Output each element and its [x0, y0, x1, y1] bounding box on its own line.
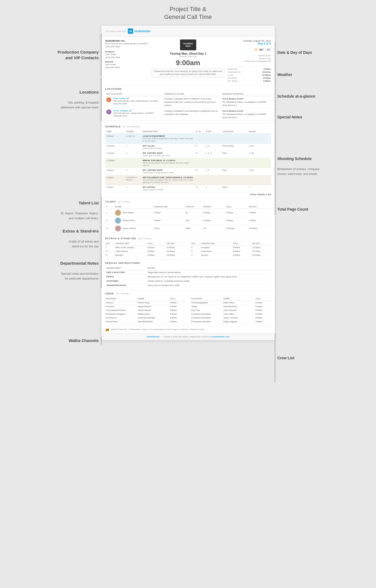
- left-annotations: Production Company and VIP Contacts Loca…: [51, 26, 102, 345]
- extra-row: 17Café Patrons9:00am10:30am: [105, 249, 185, 253]
- sched-col-scene: SCENE: [125, 129, 142, 134]
- precipitation: Partial rainy. Precipitation 0%: [228, 60, 271, 63]
- special-instructions-title: SPECIAL INSTRUCTIONS: [105, 262, 271, 264]
- annotation-schedule-glance: Schedule at-a-glance: [277, 94, 315, 99]
- extras-grid: QTY CHARACTER CALL ON SET 1Mike Curtis (…: [105, 241, 271, 257]
- crew-table-left: POSITION NAME CALL DirectorRobert King9:…: [105, 297, 185, 324]
- schedule-row: 10:00am 2 EXT. ALLEY Stuart waits for Cl…: [105, 143, 271, 151]
- schedule-row: 11:00am 6 INT. COFFEE SHOP Stuart gets i…: [105, 151, 271, 158]
- si-row: GRIP & ELECTRICStage light setup for per…: [105, 270, 271, 274]
- annotation-shooting-schedule: Shooting Schedule Breakdown of scenes, c…: [277, 156, 320, 176]
- schedule-section: SCHEDULE (6 4/9 pages) TIME SCENE DESCRI…: [102, 123, 275, 198]
- crew-row: Production DesignerRafael Alvea9:00am: [105, 312, 185, 316]
- cs-footer: studiobinder · Create & send call sheets…: [102, 333, 275, 340]
- footer-brand: studiobinder: [146, 335, 159, 338]
- annotation-talent: Talent List ID, Name, Character, Status,…: [61, 200, 99, 221]
- crew-section: CREW (12 Total) POSITION NAME CALL Direc…: [102, 290, 275, 326]
- weather-icon: ☀: [254, 47, 258, 53]
- schedule-glance: Crew Call: 9:00am Shooting Call: 10:00am…: [228, 66, 271, 82]
- annotation-locations: Locations Set, parking, & hospital addre…: [61, 89, 99, 110]
- call-time: 9:00am: [151, 59, 225, 67]
- extras-section: EXTRAS & STAND-INS (33 Total) QTY CHARAC…: [102, 235, 275, 260]
- est-wrap-row: Est. Wrap: 8:00pm: [228, 79, 271, 82]
- schedule-row: 2:00pm COMPANY MOVE 929 COLORADO AVE, SA…: [105, 175, 271, 185]
- footer-tagline: Create & send call sheets, stripboards &…: [164, 335, 211, 338]
- producer-info: Producer John Smith (123) 456-7890: [105, 51, 149, 59]
- crew-row: Production AssistantTrey Clifton9:00am: [191, 312, 271, 316]
- project-center: TOURINGMAN Touring Man, Shoot Day 1 Gene…: [149, 39, 228, 77]
- company-address: 929 Colorado Ave, Santa Monica, CA 90403: [105, 42, 149, 45]
- loc-col-hospital: NEAREST HOSPITAL: [221, 92, 271, 96]
- locations-table: SET LOCATION PARKING & NOTES NEAREST HOS…: [105, 92, 271, 121]
- annotation-special-notes: Special Notes: [277, 115, 302, 120]
- sunrise-time: Sunrise 5:23a: [228, 54, 271, 57]
- annotation-crew-list: Crew List: [277, 356, 295, 361]
- crew-row: DirectorRobert King9:00am: [105, 301, 185, 304]
- page-title: Project Title & General Call Time: [0, 5, 376, 21]
- crew-row: Art DirectorChanelle Deandre9:00am: [105, 316, 185, 320]
- talent-section: TALENT (3 Total) # NAME CHARACTER STATUS…: [102, 198, 275, 235]
- extras-title: EXTRAS & STAND-INS (33 Total): [105, 237, 271, 240]
- sched-col-cast: CAST: [205, 129, 221, 134]
- location-row: 2 Cross Campus 🔗 929 Colorado Ave., Sant…: [105, 108, 271, 120]
- project-title: Touring Man, Shoot Day 1: [151, 52, 225, 55]
- right-annotations: Date & Day of Days Weather Schedule at-a…: [275, 26, 325, 383]
- walkie-section: 📻 Walkie Channels: 1-Production 2-Open 3…: [102, 326, 275, 333]
- call-sheet: Call Sheet made with SB studiobinder Stu…: [102, 26, 275, 340]
- total-pages: TOTAL PAGES: 6 4/8: [105, 193, 271, 196]
- crew-grid: POSITION NAME CALL DirectorRobert King9:…: [105, 297, 271, 324]
- sb-logo-icon: SB: [128, 28, 133, 34]
- company-name: StudioBinder Inc.: [105, 39, 149, 42]
- schedule-table: TIME SCENE DESCRIPTION D / N CAST LOCATI…: [105, 129, 271, 192]
- sched-col-location: LOCATION: [221, 129, 248, 134]
- loc-col-parking: PARKING & NOTES: [163, 92, 221, 96]
- crew-row: Sound MixerZak Masterfield9:00am: [105, 320, 185, 323]
- walkie-icon: 📻: [105, 328, 109, 331]
- extra-row: 4Servers9:30am10:30am: [191, 253, 271, 257]
- special-instructions-section: SPECIAL INSTRUCTIONS DEPARTMENT NOTES GR…: [102, 260, 275, 290]
- sched-col-desc: DESCRIPTION: [142, 129, 195, 134]
- schedule-title: SCHEDULE (6 4/9 pages): [105, 125, 271, 128]
- shooting-call-row: Shooting Call: 10:00am: [228, 71, 271, 74]
- talent-title: TALENT (3 Total): [105, 200, 271, 203]
- crew-row: CinematographerBrian Moss9:00am: [191, 301, 271, 304]
- company-info: StudioBinder Inc. 929 Colorado Ave, Sant…: [105, 39, 149, 69]
- made-with-label: Call Sheet made with: [105, 30, 126, 32]
- crew-row: Production AssistantTyson Connely9:00am: [191, 316, 271, 320]
- cs-header-bar: Call Sheet made with SB studiobinder: [102, 26, 275, 37]
- si-row: PROPSMicrophones x3, mic stand x3, DJ eq…: [105, 274, 271, 279]
- project-header: StudioBinder Inc. 929 Colorado Ave, Sant…: [102, 37, 275, 85]
- schedule-row: 1:00pm 4 INT. COFFEE SHOP Stuart plays a…: [105, 168, 271, 175]
- project-notes: Closed set tomorrow. Non-smoking. It's g…: [151, 68, 225, 77]
- annotation-date: Date & Day of Days: [277, 50, 312, 55]
- second-meal-row: 2nd Meal: 6:00pm: [228, 77, 271, 79]
- crew-row: ProducerDarya Danish9:00am: [105, 304, 185, 308]
- weather-row: ☀ 84° / 65°: [228, 47, 271, 53]
- project-day: Day 2 of 5: [228, 42, 271, 45]
- crew-title: CREW (12 Total): [105, 292, 271, 295]
- extras-table-left: QTY CHARACTER CALL ON SET 1Mike Curtis (…: [105, 241, 185, 257]
- crew-row: Production AssistantEdgar Eaghan9:00am: [191, 320, 271, 323]
- sched-col-pages: PAGES: [248, 129, 271, 134]
- extras-table-right: QTY CHARACTER CALL ON SET 5Groupies9:00a…: [191, 241, 271, 257]
- extra-row: 5Groupies9:00am10:30am: [191, 245, 271, 249]
- sunset-time: Sunset 4:51p: [228, 57, 271, 60]
- sb-logo-text: studiobinder: [134, 30, 151, 33]
- locations-section: LOCATIONS SET LOCATION PARKING & NOTES N…: [102, 85, 275, 123]
- talent-row: 2 Wilma Davis "Claire" SW 8:30am 9:00am …: [105, 217, 271, 224]
- annotation-production-company: Production Company and VIP Contacts: [58, 49, 99, 61]
- company-phone: (123) 456-7890: [105, 45, 149, 48]
- si-row: TRANSPORTATIONExtra vans for shuttles fr…: [105, 283, 271, 287]
- annotation-walkie: Walkie Channels: [69, 338, 99, 344]
- project-date: Tuesday, August 30, 2015: [228, 39, 271, 42]
- schedule-row: 12:00pm BREAK FOR MEAL #1 // LUNCH We're…: [105, 158, 271, 168]
- location-row: 1 Philz Coffee 🔗 525 Santa Monica, Blvd.…: [105, 96, 271, 108]
- sched-col-dn: D / N: [195, 129, 205, 134]
- talent-row: 6 Cyrus Jensen "Tony" SWF O/T 10:00am 10…: [105, 224, 271, 232]
- si-table: DEPARTMENT NOTES GRIP & ELECTRICStage li…: [105, 266, 271, 288]
- schedule-row: 3:00pm 4 INT. OFFICE Stuart reads his em…: [105, 185, 271, 192]
- studiobinder-logo: SB studiobinder: [128, 28, 151, 34]
- page-header: Project Title & General Call Time: [0, 5, 376, 21]
- si-row: COSTUMESbarista uniforms, rockabilly per…: [105, 279, 271, 283]
- footer-website: studiobinder.com: [211, 335, 230, 338]
